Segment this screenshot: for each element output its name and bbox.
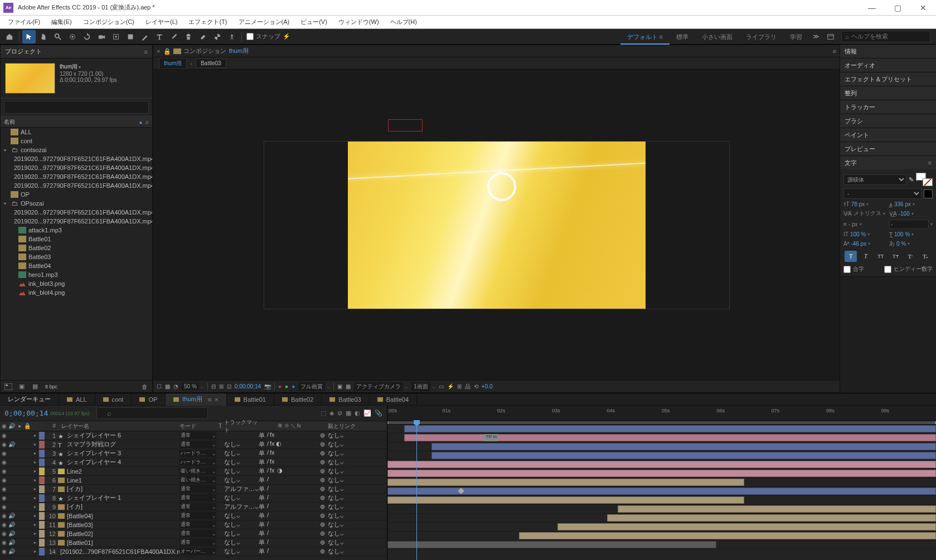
puppet-tool[interactable] — [225, 30, 239, 43]
project-item[interactable]: 2019020...972790F87F6521C61FBA400A1DX.mp… — [1, 217, 152, 226]
exposure-value[interactable]: +0.0 — [482, 383, 493, 389]
timeline-tab[interactable]: Battle03 — [322, 393, 369, 406]
timeline-tab[interactable]: レンダーキュー — [0, 393, 59, 406]
pan-behind-tool[interactable] — [109, 30, 123, 43]
kerning-value[interactable]: メトリクス — [853, 210, 881, 217]
menu-item[interactable]: ヘルプ(H) — [385, 16, 423, 28]
project-item[interactable]: Battle02 — [1, 244, 152, 252]
project-item[interactable]: ▾🗀contsozai — [1, 145, 152, 154]
orbit-tool[interactable] — [66, 30, 79, 43]
reset-exposure-icon[interactable]: ⟲ — [474, 383, 478, 389]
camera-dropdown[interactable]: アクティブカメラ — [354, 382, 403, 391]
project-item[interactable]: 2019020...972790F87F6521C61FBA400A1DX.mp… — [1, 154, 152, 163]
pixel-aspect-icon[interactable]: ▭ — [439, 383, 444, 389]
brainstorm-icon[interactable]: 📎 — [375, 410, 382, 417]
project-item[interactable]: hero1.mp3 — [1, 270, 152, 279]
rotate-tool[interactable] — [80, 30, 94, 43]
baseline-value[interactable]: -46 px — [851, 241, 866, 247]
panel-header[interactable]: 情報 — [840, 45, 936, 58]
menu-item[interactable]: 編集(E) — [46, 16, 77, 28]
roi-icon[interactable]: ▣ — [337, 383, 342, 389]
timeline-layer-row[interactable]: ◉▸3★シェイプレイヤー 3ハードラ…⌵なし⌵单/fx⊚なし⌵ — [0, 449, 387, 458]
comp-mini-flowchart-icon[interactable]: ⬚ — [321, 410, 326, 417]
project-item[interactable]: attack1.mp3 — [1, 226, 152, 235]
ligatures-checkbox[interactable] — [843, 266, 851, 273]
project-item[interactable]: ▾🗀OPsozai — [1, 199, 152, 208]
grid-icon[interactable]: ⊞ — [219, 383, 224, 389]
project-item[interactable]: ink_blot3.png — [1, 279, 152, 288]
fast-preview-icon[interactable]: ⚡ — [447, 383, 454, 389]
panel-menu-icon[interactable]: ≡ — [833, 48, 836, 55]
selected-comp-name[interactable]: thum用 — [60, 63, 117, 71]
smallcaps-button[interactable]: Tᴛ — [889, 251, 901, 262]
panel-header[interactable]: ブラシ — [840, 114, 936, 128]
zoom-tool[interactable] — [51, 30, 65, 43]
stroke-position[interactable]: - — [889, 220, 929, 229]
draft3d-icon[interactable]: ◈ — [329, 410, 334, 417]
new-comp-button[interactable]: ▦ — [30, 382, 41, 392]
pen-tool[interactable] — [138, 30, 152, 43]
mask-icon[interactable]: ◔ — [173, 383, 178, 389]
solo-column-icon[interactable]: ● — [16, 423, 23, 429]
eraser-tool[interactable] — [196, 30, 210, 43]
panel-header[interactable]: エフェクト＆プリセット — [840, 72, 936, 86]
project-item[interactable]: 2019020...972790F87F6521C61FBA400A1DX.mp… — [1, 181, 152, 190]
workspace-tab[interactable]: ライブラリ — [739, 29, 783, 45]
timeline-tab[interactable]: Battle01 — [227, 393, 274, 406]
camera-tool[interactable] — [95, 30, 108, 43]
font-style-dropdown[interactable]: - — [843, 188, 922, 199]
workspace-reset[interactable] — [824, 30, 837, 43]
panel-header[interactable]: トラッカー — [840, 100, 936, 114]
timeline-layer-row[interactable]: ◉🔊▸2Tスマブラ対戦ログ通常⌵なし⌵单/fx◐⊚なし⌵ — [0, 440, 387, 449]
interpret-button[interactable] — [3, 382, 14, 392]
tracking-value[interactable]: -100 — [899, 211, 910, 217]
menu-item[interactable]: レイヤー(L) — [140, 16, 183, 28]
zoom-dropdown[interactable]: 50 % — [182, 383, 199, 390]
panel-menu-icon[interactable]: ≡ — [144, 48, 148, 55]
hide-shy-icon[interactable]: ⊘ — [337, 410, 342, 417]
breadcrumb[interactable]: Battle03 — [196, 59, 226, 68]
project-search-input[interactable] — [4, 101, 149, 114]
current-time-display[interactable]: 0;00;00;14 — [4, 409, 48, 417]
fill-stroke-swatch[interactable] — [916, 173, 933, 186]
menu-item[interactable]: ファイル(F) — [2, 16, 46, 28]
minimize-button[interactable]: — — [859, 0, 885, 16]
menu-item[interactable]: ビュー(V) — [295, 16, 333, 28]
workspace-tab[interactable]: 標準 — [670, 29, 695, 45]
timeline-icon[interactable]: ⊞ — [457, 383, 462, 389]
close-tab-icon[interactable]: × — [157, 48, 160, 55]
timeline-layer-row[interactable]: ◉🔊▸12[Battle02]通常⌵なし⌵单/⊚なし⌵ — [0, 529, 387, 538]
timeline-layer-row[interactable]: ◉▸8★シェイプレイヤー 1通常⌵なし⌵单/⊚なし⌵ — [0, 494, 387, 503]
breadcrumb[interactable]: thum用 — [159, 58, 187, 69]
project-item[interactable]: Battle01 — [1, 235, 152, 244]
roto-tool[interactable] — [211, 30, 224, 43]
timeline-layer-row[interactable]: ◉🔊▸11[Battle03]通常⌵なし⌵单/⊚なし⌵ — [0, 520, 387, 529]
timeline-tab[interactable]: OP — [132, 393, 166, 406]
motion-blur-icon[interactable]: ◐ — [355, 410, 360, 417]
comp-tab-name[interactable]: thum用 — [229, 47, 248, 55]
frame-blend-icon[interactable]: ▦ — [346, 410, 351, 417]
timeline-tab[interactable]: thum用≡ × — [166, 393, 226, 406]
project-item[interactable]: Battle03 — [1, 252, 152, 261]
project-item[interactable]: cont — [1, 137, 152, 145]
panel-header[interactable]: オーディオ — [840, 59, 936, 72]
panel-header[interactable]: ペイント — [840, 128, 936, 142]
italic-button[interactable]: T — [860, 251, 872, 262]
workspace-tab[interactable]: デフォルト ≡ — [620, 29, 670, 45]
current-time[interactable]: 0;00;00;14 — [235, 383, 261, 389]
timeline-layer-row[interactable]: ◉▸1★シェイプレイヤー 6通常⌵单/fx⊚なし⌵ — [0, 431, 387, 440]
font-family-dropdown[interactable]: 源暎体 — [843, 174, 906, 185]
transparency-grid-icon[interactable]: ▦ — [346, 383, 351, 389]
lock-column-icon[interactable]: 🔒 — [23, 423, 31, 429]
resolution-dropdown[interactable]: フル画質 — [298, 382, 325, 391]
graph-editor-icon[interactable]: 📈 — [363, 410, 371, 417]
lock-icon[interactable]: 🔒 — [163, 48, 171, 55]
help-search[interactable]: ⌕ ヘルプを検索 — [841, 31, 930, 42]
project-item[interactable]: 2019020...972790F87F6521C61FBA400A1DX.mp… — [1, 208, 152, 217]
new-folder-button[interactable]: ▣ — [16, 382, 27, 392]
type-tool[interactable] — [153, 30, 166, 43]
bold-button[interactable]: T — [845, 251, 857, 262]
guide-icon[interactable]: ⊡ — [227, 383, 231, 389]
project-item[interactable]: 2019020...972790F87F6521C61FBA400A1DX.mp… — [1, 163, 152, 172]
vscale-value[interactable]: 100 % — [850, 231, 866, 237]
